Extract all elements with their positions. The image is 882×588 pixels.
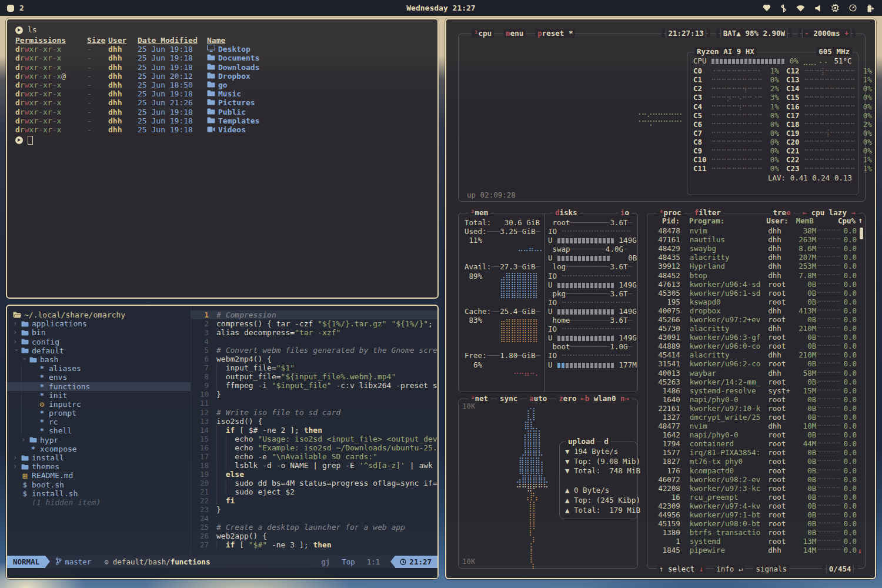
- process-row[interactable]: 16rcu_preemptroot0B⠒⠒⠒⠒⠒0.0: [653, 493, 857, 502]
- volume-icon[interactable]: [815, 5, 821, 12]
- updates-icon[interactable]: [763, 4, 771, 12]
- process-row[interactable]: 1380btrfs-transactioroot0B⠒⠒⠒⠒⠒0.0: [653, 528, 857, 537]
- cpu-icon[interactable]: [831, 4, 839, 12]
- tree-item-install-sh[interactable]: $install.sh: [7, 489, 191, 498]
- tree-item-inputrc[interactable]: ⚙inputrc: [7, 400, 191, 409]
- net-sync-toggle[interactable]: sync: [497, 394, 520, 403]
- io-toggle[interactable]: io: [618, 208, 632, 217]
- scroll-up-indicator[interactable]: ↑: [858, 216, 863, 225]
- tree-item-prompt[interactable]: *prompt: [7, 409, 191, 417]
- tree-item-bin[interactable]: ›bin: [7, 328, 191, 337]
- tree-item-config[interactable]: ›config: [7, 338, 191, 346]
- process-header[interactable]: Pid: Program: User: MemB Cpu%: [653, 216, 854, 225]
- proc-filter[interactable]: filter: [692, 208, 723, 217]
- process-row[interactable]: 45305kworker/u96:1-sdroot0B⠒⠒⠒⠒⠒0.0: [653, 289, 857, 298]
- tree-item--1-hidden-item-[interactable]: (1 hidden item): [7, 498, 191, 507]
- process-row[interactable]: 47161nautilusdhh263M⠒⠒⠒⠒⠒0.0: [653, 235, 857, 244]
- menu-button[interactable]: menu: [503, 29, 526, 38]
- process-row[interactable]: 48478nvimdhh38M⠒⠒⠒⠒⠒0.0: [653, 226, 857, 235]
- tree-item-init[interactable]: *init: [7, 391, 191, 400]
- scroll-down-indicator[interactable]: ↓: [857, 546, 862, 555]
- tree-item-applications[interactable]: ›applications: [7, 319, 191, 328]
- scrollbar-thumb[interactable]: [860, 228, 863, 239]
- tree-item-aliases[interactable]: *aliases: [7, 364, 191, 373]
- network-stat-line: ▲ Top: (245 Kibp): [565, 496, 637, 506]
- process-row[interactable]: 40075dropboxdhh413M⠒⠒⠒⠒⠒0.0: [653, 306, 857, 315]
- tree-item-functions[interactable]: *functions: [7, 382, 191, 391]
- process-row[interactable]: 44956kworker/u97:1-btroot0B⠒⠒⠒⠒⠒0.0: [653, 510, 857, 519]
- net-auto-toggle[interactable]: auto: [527, 394, 549, 403]
- process-row[interactable]: 1640napi/phy0-0root0B⠒⠒⠒⠒⠒0.0: [653, 395, 857, 404]
- preset-button[interactable]: preset *: [535, 29, 575, 38]
- tree-item-install[interactable]: ›install: [7, 453, 191, 462]
- bluetooth-icon[interactable]: [781, 4, 786, 12]
- process-row[interactable]: 1827mt76-tx phy0root0B⠒⠒⠒⠒⠒0.0: [653, 457, 857, 466]
- tree-item-default[interactable]: ›default: [7, 346, 191, 355]
- core-row-c8: C8⠒⠒⠒⠒⠒⠒⠒⠒⠒⠒0%: [693, 138, 779, 146]
- workspace-active-icon[interactable]: [7, 5, 14, 12]
- tree-root[interactable]: ~/.local/share/omarchy: [7, 310, 191, 319]
- process-row[interactable]: 44889kworker/u96:0-coroot0B⠒⠒⠒⠒⠒0.0: [653, 342, 857, 350]
- signals-control[interactable]: signals: [753, 564, 789, 573]
- refresh-rate-control[interactable]: ┤- 2000ms +├: [798, 29, 856, 38]
- usage-meter: [557, 363, 614, 368]
- select-control[interactable]: ↑ select ↓: [657, 564, 706, 573]
- process-row[interactable]: 1642napi/phy0-0root0B⠒⠒⠒⠒⠒0.0: [653, 430, 857, 439]
- process-row[interactable]: 45266kworker/u97:2+evroot0B⠒⠒⠒⠒⠒0.0: [653, 315, 857, 324]
- process-row[interactable]: 43091kworker/u96:3-gfroot0B⠒⠒⠒⠒⠒0.0: [653, 333, 857, 342]
- process-row[interactable]: 45414alacrittydhh210M⠒⠒⠒⠒⠒0.0: [653, 350, 857, 359]
- process-row[interactable]: 48429swaybgdhh8.6M⠒⠒⠒⠒⠒0.0: [653, 244, 857, 253]
- process-row[interactable]: 1577irq/81-PIXA3854:root0B⠒⠒⠒⠒⠒0.0: [653, 448, 857, 457]
- tree-item-themes[interactable]: ›themes: [7, 462, 191, 471]
- wifi-icon[interactable]: [796, 5, 805, 12]
- process-row[interactable]: 42309kworker/u97:4-kvroot0B⠒⠒⠒⠒⠒0.0: [653, 502, 857, 510]
- terminal-window[interactable]: lsPermissionsSizeUserDate ModifiedNamedr…: [6, 18, 439, 299]
- folder-icon: [21, 348, 29, 353]
- tab-disks[interactable]: disks: [553, 208, 580, 217]
- process-row[interactable]: 176kcompactd0root0B⠒⠒⠒⠒⠒0.0: [653, 466, 857, 475]
- net-zero-toggle[interactable]: zero: [556, 394, 579, 403]
- workspace-label[interactable]: 2: [19, 4, 24, 12]
- process-row[interactable]: 1794containerdroot44M⠒⠒⠒⠒⠒0.0: [653, 439, 857, 448]
- process-row[interactable]: 31541kworker/u96:2-coroot0B⠒⠒⠒⠒⠒0.0: [653, 359, 857, 368]
- process-row[interactable]: 195kswapd0root0B⠒⠒⠒⠒⠒0.0: [653, 298, 857, 306]
- tree-item-envs[interactable]: *envs: [7, 373, 191, 382]
- process-row[interactable]: 48452btopdhh7.8M⠒⠒⠒⠒⠒0.0: [653, 270, 857, 279]
- process-row[interactable]: 22161kworker/u97:10-kroot0B⠒⠒⠒⠒⠒0.0: [653, 404, 857, 413]
- tab-proc[interactable]: ⁴proc: [657, 208, 684, 217]
- process-row[interactable]: 1486systemd-resolvesyst+15M⠒⠒⠒⠒⠒0.0: [653, 386, 857, 395]
- net-interface[interactable]: ←b wlan0 n→: [578, 394, 632, 403]
- battery-icon[interactable]: [867, 4, 874, 12]
- gauge-icon[interactable]: [849, 4, 857, 12]
- network-graph-line: ⡇: [500, 554, 564, 563]
- process-row[interactable]: 48435alacrittydhh207M⠒⠒⠒⠒⠒0.0: [653, 253, 857, 262]
- tree-item-boot-sh[interactable]: $boot.sh: [7, 480, 191, 489]
- process-row[interactable]: 45730alacrittydhh210M⠒⠒⠒⠒⠒0.0: [653, 324, 857, 333]
- process-row[interactable]: 45263kworker/14:2-mm_root0B⠒⠒⠒⠒⠒0.0: [653, 377, 857, 386]
- tab-cpu[interactable]: ¹cpu: [472, 29, 494, 38]
- tree-item-rc[interactable]: *rc: [7, 417, 191, 426]
- process-row[interactable]: 46072kworker/u98:2-evroot0B⠒⠒⠒⠒⠒0.0: [653, 475, 857, 484]
- proc-tree-toggle[interactable]: tree: [771, 208, 793, 217]
- info-control[interactable]: info ↵: [714, 564, 745, 573]
- system-monitor-window[interactable]: ¹cpumenupreset * ┤21:27:13├┤BAT▲ 98% 2.9…: [445, 18, 876, 579]
- process-row[interactable]: 1845pipewiredhh14M⠒⠒⠒⠒⠒0.0: [653, 546, 857, 554]
- process-row[interactable]: 40013waybardhh58M⠒⠒⠒⠒⠒0.0: [653, 369, 857, 377]
- process-row[interactable]: 45159kworker/u98:0-btroot0B⠒⠒⠒⠒⠒0.0: [653, 519, 857, 528]
- process-row[interactable]: 42208kworker/u97:3-kcroot0B⠒⠒⠒⠒⠒0.0: [653, 484, 857, 493]
- process-row[interactable]: 1327dmcrypt_write/25root0B⠒⠒⠒⠒⠒0.0: [653, 413, 857, 422]
- tree-item-bash[interactable]: ›bash: [7, 355, 191, 364]
- proc-sort[interactable]: ← cpu lazy →: [800, 208, 858, 217]
- process-row[interactable]: 47613kworker/u96:4-sdroot0B⠒⠒⠒⠒⠒0.0: [653, 280, 857, 289]
- process-row[interactable]: 39912Hyprlanddhh253M⠒⠒⠒⠒⠒0.0: [653, 262, 857, 270]
- editor-window[interactable]: ~/.local/share/omarchy›applications›bin›…: [6, 305, 439, 579]
- tree-item-xcompose[interactable]: *xcompose: [7, 445, 191, 453]
- process-row[interactable]: 1systemdroot13M⠒⠒⠒⠒⠒0.0: [653, 537, 857, 546]
- tab-mem[interactable]: ²mem: [468, 208, 490, 217]
- process-row[interactable]: 48477nvimdhh10M⠒⠒⠒⠒⠒0.0: [653, 422, 857, 430]
- tree-item-shell[interactable]: *shell: [7, 426, 191, 435]
- tree-item-hypr[interactable]: ›hypr: [7, 436, 191, 445]
- core-row-c17: C17⠒⠒⠒⠒⠒⠒⠒⠒⠒⠒0%: [786, 111, 872, 120]
- code-pane[interactable]: 1# Compression2compress() { tar -czf "${…: [191, 306, 437, 556]
- tree-item-readme-md[interactable]: ▤README.md: [7, 471, 191, 480]
